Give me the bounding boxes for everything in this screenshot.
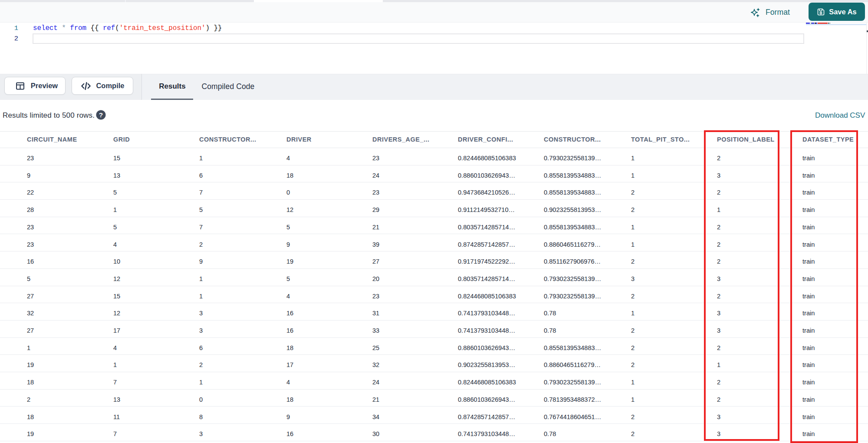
- svg-text:?: ?: [99, 111, 103, 119]
